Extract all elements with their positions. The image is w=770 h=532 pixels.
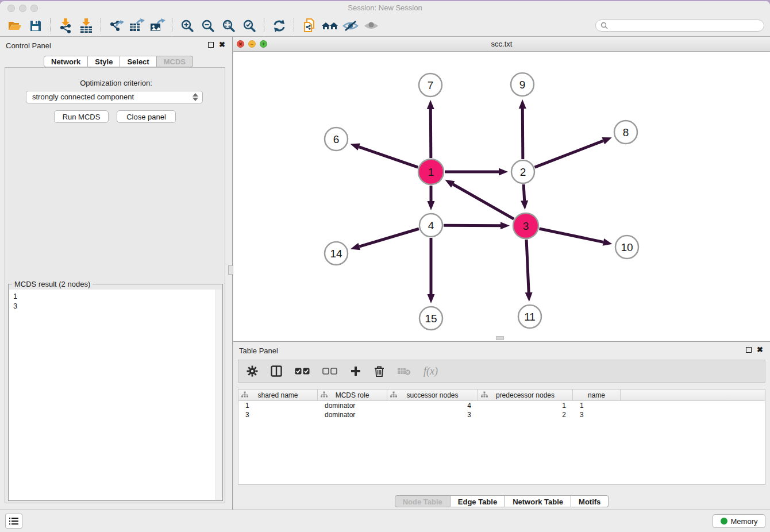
close-table-panel-icon[interactable]: ✖ [757,347,763,353]
table-panel-title: Table Panel [239,346,278,355]
table-cell[interactable]: 1 [573,401,621,410]
memory-status-icon [721,518,727,525]
graph-edge-3-11[interactable] [526,240,529,292]
control-panel-tabs: Network Style Select MCDS [44,56,193,67]
table-cell[interactable]: dominator [318,401,387,410]
refresh-layout-icon[interactable] [269,17,290,35]
hierarchy-icon [481,391,488,400]
zoom-out-icon[interactable] [198,17,218,35]
graph-node-label: 6 [333,133,340,145]
graph-edge-1-7[interactable] [430,109,431,158]
mcds-result-textarea[interactable]: 13 [9,290,222,500]
graph-node-label: 2 [520,166,526,178]
show-task-history-button[interactable] [5,514,22,529]
column-header-name[interactable]: name [573,390,621,400]
table-cell[interactable]: 1 [478,401,573,410]
export-image-icon[interactable] [147,17,168,35]
graph-edge-1-6[interactable] [359,147,418,167]
select-all-checkboxes-icon[interactable] [295,367,310,375]
mcds-result-line: 3 [9,301,222,311]
graph-edge-arrowhead [428,294,435,303]
search-icon [600,22,608,29]
export-table-icon[interactable] [126,17,147,35]
table-cell[interactable]: 2 [478,410,573,419]
column-header-shared-name[interactable]: shared name [238,390,318,400]
search-input[interactable] [611,21,764,30]
graph-edge-arrowhead [602,137,611,144]
import-table-icon[interactable] [76,17,97,35]
delete-table-icon [397,367,411,376]
column-header-MCDS-role[interactable]: MCDS role [318,390,387,400]
graph-edge-2-9[interactable] [522,109,523,159]
memory-label: Memory [731,517,758,526]
table-cell[interactable]: 3 [573,410,621,419]
tab-motifs[interactable]: Motifs [571,495,609,507]
zoom-selected-icon[interactable] [239,17,260,35]
gear-icon[interactable] [247,365,258,377]
split-columns-icon[interactable] [271,365,282,377]
run-mcds-button[interactable]: Run MCDS [54,110,109,123]
search-field[interactable] [595,20,764,32]
tab-edge-table[interactable]: Edge Table [451,495,505,507]
application-window: Session: New Session [0,1,770,532]
graph-edge-2-8[interactable] [535,141,603,167]
tab-select[interactable]: Select [120,56,156,67]
toolbar-separator [101,18,102,33]
tab-style[interactable]: Style [88,56,120,67]
network-window-titlebar: ✕ − + scc.txt [233,37,770,52]
hide-graphics-icon[interactable] [340,17,361,35]
deselect-all-checkboxes-icon[interactable] [322,367,337,375]
table-cell[interactable]: 3 [238,410,318,419]
close-panel-icon[interactable]: ✖ [219,42,225,48]
node-table[interactable]: shared nameMCDS rolesuccessor nodesprede… [238,389,765,485]
mcds-result-group: MCDS result (2 nodes) 13 [8,284,223,501]
tab-mcds[interactable]: MCDS [157,56,193,67]
duplicate-network-icon[interactable] [299,17,319,35]
tab-network[interactable]: Network [44,56,88,67]
float-panel-icon[interactable] [208,42,214,48]
optimization-criterion-label: Optimization criterion: [0,79,232,87]
table-cell[interactable]: 1 [238,401,318,410]
table-row[interactable]: 1dominator411 [238,401,765,410]
horizontal-scrollbar-thumb[interactable] [496,336,504,340]
import-network-icon[interactable] [55,17,76,35]
graph-edge-4-14[interactable] [359,229,419,246]
open-file-icon[interactable] [5,17,25,35]
graph-edge-4-3[interactable] [444,225,500,226]
show-all-networks-icon[interactable] [319,17,340,35]
table-cell[interactable]: 4 [387,401,478,410]
show-graphics-icon[interactable] [361,17,382,35]
network-canvas[interactable]: 1234678910111415 [233,52,770,341]
export-network-icon[interactable] [106,17,126,35]
graph-edge-arrowhead [519,99,526,109]
table-cell[interactable]: 3 [387,410,478,419]
delete-column-icon[interactable] [374,365,384,377]
zoom-in-icon[interactable] [177,17,198,35]
result-scrollbar[interactable] [215,290,222,500]
tab-node-table[interactable]: Node Table [395,495,451,507]
table-row[interactable]: 3dominator323 [238,410,765,419]
zoom-fit-icon[interactable] [218,17,239,35]
add-column-icon[interactable] [350,365,361,377]
save-session-icon[interactable] [25,17,46,35]
graph-node-label: 11 [524,311,536,323]
memory-button[interactable]: Memory [713,514,765,528]
close-panel-button[interactable]: Close panel [117,110,176,123]
panel-splitter-handle[interactable] [228,265,233,275]
function-builder-icon: f(x) [424,365,438,377]
column-header-successor-nodes[interactable]: successor nodes [387,390,478,400]
table-panel: Table Panel ✖ [233,341,770,510]
graph-edge-3-1[interactable] [453,184,514,219]
table-header-row: shared nameMCDS rolesuccessor nodesprede… [238,390,765,401]
graph-edge-2-3[interactable] [523,184,524,201]
optimization-criterion-value: strongly connected component [32,92,134,101]
graph-edge-arrowhead [525,292,533,302]
tab-network-table[interactable]: Network Table [505,495,571,507]
column-header-predecessor-nodes[interactable]: predecessor nodes [478,390,573,400]
graph-edge-arrowhead [427,100,434,109]
graph-edge-3-10[interactable] [539,229,603,242]
float-table-panel-icon[interactable] [746,347,752,353]
graph-node-label: 4 [428,219,434,232]
table-cell[interactable]: dominator [318,410,387,419]
optimization-criterion-select[interactable]: strongly connected component [26,91,203,103]
